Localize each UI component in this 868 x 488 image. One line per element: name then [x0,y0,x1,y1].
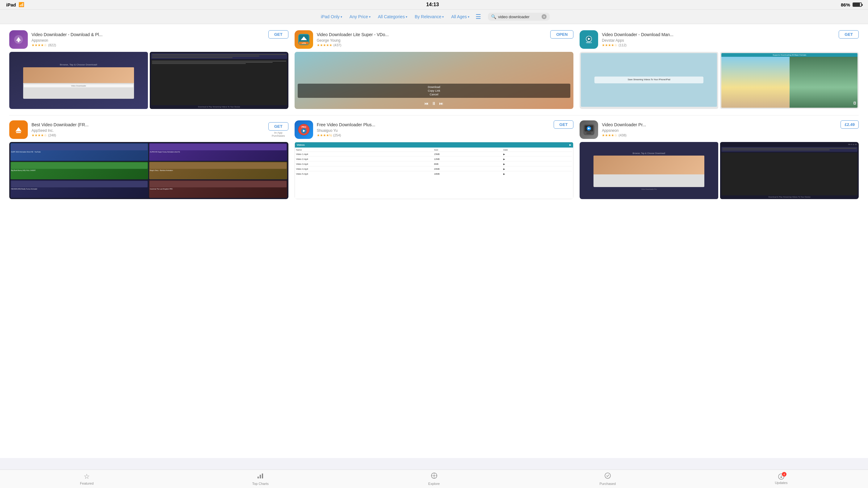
app-header-3: VIDEO Video Downloader - Download Man...… [580,30,859,49]
nav-label-purchased: Purchased [599,482,616,486]
get-button-5[interactable]: GET [554,120,574,129]
app-info-1: Video Downloader - Download & Pl... Apps… [31,32,265,47]
any-price-filter[interactable]: Any Price ▾ [347,13,373,21]
nav-label-top-charts: Top Charts [252,482,269,486]
app-icon-2[interactable]: LITE [294,30,313,49]
rating-count-6: (438) [619,133,626,137]
get-button-1[interactable]: GET [268,30,288,39]
explore-icon [431,472,438,481]
app-row-2: Best Video Downloader (FR... AppSeed Inc… [9,120,859,199]
svg-rect-25 [257,477,259,479]
app-icon-3[interactable]: VIDEO [580,30,598,49]
screenshots-6: Browse, Tap & Choose Download! Video Dow… [580,142,859,199]
divider-1 [9,115,859,116]
screenshot-1a: Browse, Tap & Choose Download! Video Dow… [9,52,148,109]
app-info-2: Video Downloader Lite Super - VDo... Geo… [317,32,547,47]
svg-point-2 [18,40,20,42]
app-name-4: Best Video Downloader (FR... [31,122,265,128]
screenshots-1: Browse, Tap & Choose Download! Video Dow… [9,52,288,109]
svg-rect-27 [262,474,263,479]
app-card-3: VIDEO Video Downloader - Download Man...… [580,30,859,109]
svg-rect-14 [16,132,21,133]
app-icon-6[interactable] [580,120,598,139]
app-developer-1: Appsneon [31,38,265,42]
app-rating-6: ★★★★☆ (438) [602,133,837,137]
filter-bar: iPad Only ▾ Any Price ▾ All Categories ▾… [0,9,868,24]
by-relevance-filter[interactable]: By Relevance ▾ [412,13,446,21]
get-btn-container-4: GET In-AppPurchases [268,122,288,137]
rating-count-2: (437) [334,43,342,47]
screenshot-1b: Download & Play Streaming Videos To Your… [150,52,288,109]
chevron-down-icon: ▾ [406,15,407,19]
nav-item-featured[interactable]: ☆ Featured [0,470,174,488]
stars-3: ★★★★☆ [602,43,617,47]
nav-label-explore: Explore [428,482,440,486]
open-button-2[interactable]: OPEN [550,30,574,39]
svg-text:LITE: LITE [302,42,306,44]
battery-bar [852,2,862,7]
stars-4: ★★★★☆ [31,133,47,137]
app-header-5: PRO Free Video Downloader Plus... Shuaig… [294,120,574,139]
screenshot-2a: Download Copy Link Cancel ⏮ ⏸ ⏭ [294,52,574,109]
svg-point-34 [605,473,611,479]
app-developer-5: Shuaiguo Yu [317,128,550,133]
nav-item-updates[interactable]: 4 Updates [694,470,868,488]
app-icon-5[interactable]: PRO [294,120,313,139]
rating-count-3: (112) [619,43,626,47]
app-developer-3: Devstar Apps [602,38,835,42]
app-name-1: Video Downloader - Download & Pl... [31,32,265,37]
rating-count-4: (248) [48,133,56,137]
purchased-icon [604,472,611,481]
stars-1: ★★★★☆ [31,43,47,47]
app-info-5: Free Video Downloader Plus... Shuaiguo Y… [317,122,550,137]
svg-rect-24 [586,132,591,134]
search-input[interactable] [498,14,541,19]
app-header-2: LITE Video Downloader Lite Super - VDo..… [294,30,574,49]
app-developer-4: AppSeed Inc. [31,128,265,133]
chevron-down-icon: ▾ [468,15,469,19]
svg-point-29 [434,475,435,476]
time-display: 14:13 [426,2,439,7]
screenshot-3b: Supports Downloading All Major Formats ⬇ [720,52,859,109]
chevron-down-icon: ▾ [442,15,444,19]
search-box: 🔍 ✕ [488,13,550,21]
nav-label-featured: Featured [80,482,94,485]
status-right: 86% [841,2,862,7]
main-content: Video Downloader - Download & Pl... Apps… [0,24,868,458]
app-name-2: Video Downloader Lite Super - VDo... [317,32,547,37]
screenshot-5a: Videos ▶ NameSizeDate Video 1.mp415MB▶ [294,142,574,199]
app-developer-2: George Young [317,38,547,42]
app-card-6: Video Downloader Pr... Appsneon ★★★★☆ (4… [580,120,859,199]
status-bar: iPad 📶 14:13 86% [0,0,868,9]
app-card-2: LITE Video Downloader Lite Super - VDo..… [294,30,574,109]
featured-icon: ☆ [84,473,90,481]
app-rating-4: ★★★★☆ (248) [31,133,265,137]
app-developer-6: Appsneon [602,128,837,133]
svg-text:VIDEO: VIDEO [586,42,592,43]
stars-5: ★★★★½ [317,133,332,137]
app-card-1: Video Downloader - Download & Pl... Apps… [9,30,288,109]
screenshot-6b: Wi-Fi & 3G Download & Play Streaming Vid… [720,142,859,199]
screenshots-4: AniPF 2013 Animation Short HD - YouTube … [9,142,288,199]
get-button-4[interactable]: GET [268,122,288,131]
search-clear-button[interactable]: ✕ [541,14,547,19]
app-icon-4[interactable] [9,120,28,139]
price-button-6[interactable]: £2.49 [840,120,859,129]
nav-item-top-charts[interactable]: Top Charts [174,470,347,488]
nav-item-explore[interactable]: Explore [347,470,521,488]
ipad-only-filter[interactable]: iPad Only ▾ [318,13,345,21]
all-categories-filter[interactable]: All Categories ▾ [375,13,410,21]
status-left: iPad 📶 [6,2,24,7]
updates-badge: 4 [782,472,786,477]
all-ages-filter[interactable]: All Ages ▾ [449,13,472,21]
list-view-icon[interactable]: ☰ [475,13,481,20]
app-header-1: Video Downloader - Download & Pl... Apps… [9,30,288,49]
app-rating-2: ★★★★★ (437) [317,43,547,47]
search-icon: 🔍 [491,14,496,19]
get-button-3[interactable]: GET [839,30,859,39]
screenshots-3: Save Streaming Videos To Your iPhone/iPa… [580,52,859,109]
app-rating-3: ★★★★☆ (112) [602,43,835,47]
app-icon-1[interactable] [9,30,28,49]
nav-item-purchased[interactable]: Purchased [521,470,694,488]
chevron-down-icon: ▾ [341,15,342,19]
